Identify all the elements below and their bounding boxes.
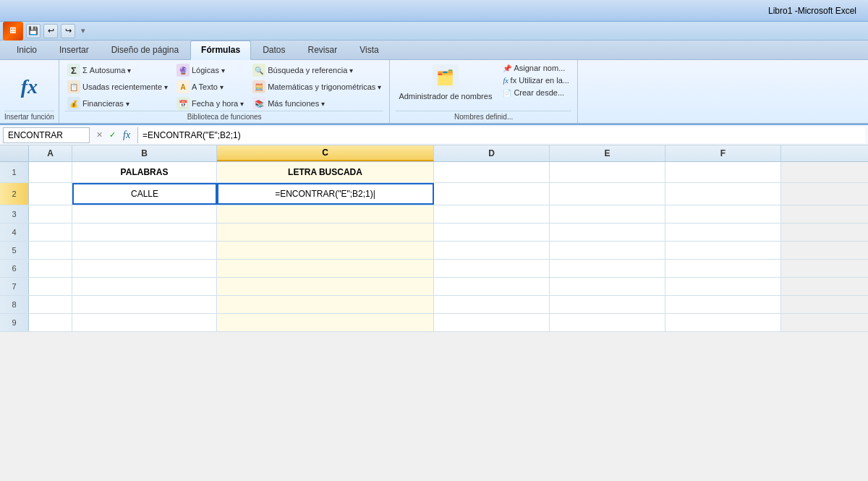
redo-button[interactable]: ↪ xyxy=(61,24,75,38)
cell-b7[interactable] xyxy=(72,278,217,295)
formula-input[interactable] xyxy=(137,127,865,143)
cell-d6[interactable] xyxy=(434,260,550,277)
row-header-5[interactable]: 5 xyxy=(0,242,29,259)
cell-f4[interactable] xyxy=(665,224,781,241)
cell-b1[interactable]: PALABRAS xyxy=(72,162,217,182)
cell-e8[interactable] xyxy=(550,296,665,313)
tab-inicio[interactable]: Inicio xyxy=(6,41,48,59)
cell-a3[interactable] xyxy=(29,205,72,223)
formula-cancel[interactable]: ✕ xyxy=(94,129,105,140)
col-header-f[interactable]: F xyxy=(665,145,781,161)
cell-e3[interactable] xyxy=(550,205,665,223)
cell-f3[interactable] xyxy=(665,205,781,223)
row-header-6[interactable]: 6 xyxy=(0,260,29,277)
cell-e5[interactable] xyxy=(550,242,665,259)
col-header-a[interactable]: A xyxy=(29,145,72,161)
financieras-button[interactable]: 💰 Financieras ▾ xyxy=(65,96,170,111)
row-header-9[interactable]: 9 xyxy=(0,314,29,331)
busqueda-button[interactable]: 🔍 Búsqueda y referencia ▾ xyxy=(250,63,383,77)
cell-c6[interactable] xyxy=(217,260,434,277)
cell-a6[interactable] xyxy=(29,260,72,277)
cell-a4[interactable] xyxy=(29,224,72,241)
cell-f7[interactable] xyxy=(665,278,781,295)
formula-fx-label[interactable]: fx xyxy=(120,129,133,141)
cell-d1[interactable] xyxy=(434,162,550,182)
tab-formulas[interactable]: Fórmulas xyxy=(190,41,251,60)
cell-b6[interactable] xyxy=(72,260,217,277)
cell-d2[interactable] xyxy=(434,183,550,205)
logicas-button[interactable]: 🔮 Lógicas ▾ xyxy=(174,63,246,77)
mas-funciones-button[interactable]: 📚 Más funciones ▾ xyxy=(250,96,383,111)
cell-a2[interactable] xyxy=(29,183,72,205)
cell-c7[interactable] xyxy=(217,278,434,295)
utilizar-en-button[interactable]: fx fx Utilizar en la... xyxy=(501,75,571,85)
cell-c2[interactable]: =ENCONTRAR("E";B2;1) xyxy=(217,183,434,205)
office-button[interactable]: ⊞ xyxy=(3,22,23,41)
row-header-3[interactable]: 3 xyxy=(0,205,29,223)
row-header-1[interactable]: 1 xyxy=(0,162,29,182)
cell-d7[interactable] xyxy=(434,278,550,295)
cell-a1[interactable] xyxy=(29,162,72,182)
cell-c9[interactable] xyxy=(217,314,434,331)
row-header-7[interactable]: 7 xyxy=(0,278,29,295)
col-header-c[interactable]: C xyxy=(217,145,434,161)
cell-e4[interactable] xyxy=(550,224,665,241)
cell-e6[interactable] xyxy=(550,260,665,277)
formula-confirm[interactable]: ✓ xyxy=(107,129,118,140)
cell-f1[interactable] xyxy=(665,162,781,182)
tab-revisar[interactable]: Revisar xyxy=(297,41,348,59)
cell-a8[interactable] xyxy=(29,296,72,313)
col-header-b[interactable]: B xyxy=(72,145,217,161)
cell-e7[interactable] xyxy=(550,278,665,295)
cell-a5[interactable] xyxy=(29,242,72,259)
cell-b4[interactable] xyxy=(72,224,217,241)
cell-c8[interactable] xyxy=(217,296,434,313)
tab-vista[interactable]: Vista xyxy=(349,41,389,59)
fecha-hora-button[interactable]: 📅 Fecha y hora ▾ xyxy=(174,96,246,111)
row-header-2[interactable]: 2 xyxy=(0,183,29,205)
cell-b9[interactable] xyxy=(72,314,217,331)
cell-d5[interactable] xyxy=(434,242,550,259)
save-quick-button[interactable]: 💾 xyxy=(26,24,41,38)
cell-f6[interactable] xyxy=(665,260,781,277)
cell-b3[interactable] xyxy=(72,205,217,223)
cell-d9[interactable] xyxy=(434,314,550,331)
texto-button[interactable]: A A Texto ▾ xyxy=(174,80,246,94)
crear-desde-button[interactable]: 📄 Crear desde... xyxy=(501,88,571,98)
cell-f2[interactable] xyxy=(665,183,781,205)
undo-button[interactable]: ↩ xyxy=(43,24,58,38)
cell-b8[interactable] xyxy=(72,296,217,313)
row-header-8[interactable]: 8 xyxy=(0,296,29,313)
cell-f9[interactable] xyxy=(665,314,781,331)
cell-e1[interactable] xyxy=(550,162,665,182)
tab-diseno[interactable]: Diseño de página xyxy=(101,41,190,59)
col-header-e[interactable]: E xyxy=(550,145,665,161)
matematicas-button[interactable]: 🧮 Matemáticas y trigonométricas ▾ xyxy=(250,80,383,94)
asignar-nombre-button[interactable]: 📌 Asignar nom... xyxy=(501,63,571,73)
cell-b2[interactable]: CALLE xyxy=(72,183,217,205)
cell-f5[interactable] xyxy=(665,242,781,259)
cell-b5[interactable] xyxy=(72,242,217,259)
cell-d4[interactable] xyxy=(434,224,550,241)
usadas-button[interactable]: 📋 Usadas recientemente ▾ xyxy=(65,80,170,94)
cell-e9[interactable] xyxy=(550,314,665,331)
cell-e2[interactable] xyxy=(550,183,665,205)
col-header-d[interactable]: D xyxy=(434,145,550,161)
insert-function-button[interactable]: fx xyxy=(21,75,38,98)
cell-d8[interactable] xyxy=(434,296,550,313)
name-box[interactable] xyxy=(3,127,90,143)
cell-a9[interactable] xyxy=(29,314,72,331)
cell-c3[interactable] xyxy=(217,205,434,223)
tab-insertar[interactable]: Insertar xyxy=(48,41,100,59)
tab-datos[interactable]: Datos xyxy=(252,41,296,59)
row-header-4[interactable]: 4 xyxy=(0,224,29,241)
cell-c1[interactable]: LETRA BUSCADA xyxy=(217,162,434,182)
cell-f8[interactable] xyxy=(665,296,781,313)
cell-d3[interactable] xyxy=(434,205,550,223)
dropdown-arrow[interactable]: ▾ xyxy=(81,26,85,35)
cell-c5[interactable] xyxy=(217,242,434,259)
administrador-button[interactable]: 🗂️ Administrador de nombres xyxy=(396,63,495,102)
cell-c4[interactable] xyxy=(217,224,434,241)
cell-a7[interactable] xyxy=(29,278,72,295)
autosuma-button[interactable]: Σ Σ Autosuma ▾ xyxy=(65,63,170,77)
